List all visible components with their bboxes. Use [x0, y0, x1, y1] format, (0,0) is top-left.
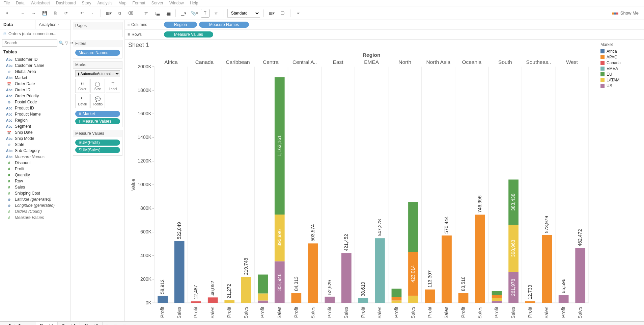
field-quantity[interactable]: #Quantity [0, 172, 71, 178]
menu-worksheet[interactable]: Worksheet [31, 1, 50, 5]
mv-pill-sum-profit-[interactable]: SUM(Profit) [75, 140, 120, 146]
redo-icon[interactable]: · [88, 9, 97, 18]
legend-item-africa[interactable]: Africa [600, 49, 641, 54]
menu-server[interactable]: Server [151, 1, 163, 5]
field-market[interactable]: AbcMarket [0, 75, 71, 81]
mark-size-button[interactable]: ◯Size [90, 79, 105, 93]
new-worksheet-icon[interactable]: ▦▾ [104, 9, 113, 18]
filter-pill-measure-names[interactable]: Measure Names [75, 50, 120, 56]
tab-data[interactable]: Data [0, 20, 35, 29]
legend-item-us[interactable]: US [600, 83, 641, 88]
menu-data[interactable]: Data [16, 1, 24, 5]
mv-pill-sum-sales-[interactable]: SUM(Sales) [75, 147, 120, 153]
field-longitude-generated-[interactable]: ⊕Longitude (generated) [0, 202, 71, 208]
group-icon[interactable]: 📎▾ [190, 9, 199, 18]
search-input[interactable] [2, 39, 57, 47]
field-order-priority[interactable]: AbcOrder Priority [0, 93, 71, 99]
field-discount[interactable]: #Discount [0, 160, 71, 166]
new-dashboard-icon[interactable]: ⊟ [111, 322, 120, 325]
field-product-id[interactable]: AbcProduct ID [0, 105, 71, 111]
columns-shelf[interactable]: ⦙⦙⦙Columns RegionMeasure Names [125, 20, 644, 30]
refresh-icon[interactable]: ⟳ [62, 9, 71, 18]
menu-story[interactable]: Story [82, 1, 91, 5]
presentation-icon[interactable]: ▦▾ [267, 9, 276, 18]
back-icon[interactable]: ← [19, 9, 27, 18]
sort-asc-icon[interactable]: ↓▃ [152, 9, 161, 18]
legend-item-latam[interactable]: LATAM [600, 78, 641, 82]
menu-format[interactable]: Format [133, 1, 145, 5]
field-shipping-cost[interactable]: #Shipping Cost [0, 190, 71, 196]
duplicate-icon[interactable]: ⧉ [115, 9, 124, 18]
device-icon[interactable]: 🖵 [278, 9, 287, 18]
field-measure-values[interactable]: #Measure Values [0, 215, 71, 221]
field-customer-id[interactable]: AbcCustomer ID [0, 56, 71, 62]
field-order-id[interactable]: AbcOrder ID [0, 87, 71, 93]
highlight-icon[interactable]: ▁▾ [179, 9, 188, 18]
mark-detail-button[interactable]: ⠇Detail [75, 94, 89, 108]
marks-pill-market[interactable]: ⠿Market [75, 111, 120, 117]
swap-icon[interactable]: ⇄ [142, 9, 150, 18]
new-story-icon[interactable]: ⊡ [120, 322, 129, 325]
filter-icon[interactable]: ▽ [65, 41, 68, 45]
mark-color-button[interactable]: ⠿Color [75, 79, 89, 93]
sort-desc-icon[interactable]: ↓▅ [163, 9, 172, 18]
marks-type-dropdown[interactable]: ▮ AutomaticAutomatic [75, 70, 120, 77]
field-region[interactable]: AbcRegion [0, 117, 71, 123]
new-datasource-icon[interactable]: ⎘ [51, 9, 60, 18]
field-orders-count-[interactable]: #Orders (Count) [0, 208, 71, 215]
new-sheet-icon[interactable]: ⊞ [103, 322, 111, 325]
sheet-tab-3[interactable]: Sheet 3 [80, 322, 102, 325]
sheet-tab-2[interactable]: Sheet 2 [58, 322, 80, 325]
marks-pill-measure-values[interactable]: TMeasure Values [75, 118, 120, 124]
legend-item-apac[interactable]: APAC [600, 55, 641, 59]
field-row[interactable]: #Row [0, 178, 71, 184]
tableau-logo-icon[interactable]: ✦ [3, 9, 11, 18]
rows-shelf[interactable]: ≡Rows Measure Values [125, 30, 644, 39]
field-customer-name[interactable]: AbcCustomer Name [0, 62, 71, 69]
menu-analysis[interactable]: Analysis [97, 1, 113, 5]
forward-icon[interactable]: → [29, 9, 38, 18]
field-ship-mode[interactable]: AbcShip Mode [0, 135, 71, 142]
search-icon[interactable]: 🔍 [59, 41, 64, 45]
field-sales[interactable]: #Sales [0, 184, 71, 190]
mv-title: Measure Values [73, 130, 122, 137]
save-icon[interactable]: 💾 [40, 9, 49, 18]
legend-item-eu[interactable]: EU [600, 72, 641, 77]
menu-map[interactable]: Map [118, 1, 126, 5]
legend-item-canada[interactable]: Canada [600, 60, 641, 65]
field-order-date[interactable]: 📅Order Date [0, 81, 71, 87]
menu-dashboard[interactable]: Dashboard [56, 1, 76, 5]
field-postal-code[interactable]: ⊕Postal Code [0, 99, 71, 105]
pin-icon[interactable]: ☆ [212, 9, 220, 18]
tab-analytics[interactable]: Analytics • [35, 20, 71, 29]
mark-tooltip-button[interactable]: 💬Tooltip [90, 94, 105, 108]
field-profit[interactable]: #Profit [0, 166, 71, 172]
show-me-button[interactable]: Show Me [610, 10, 641, 16]
undo-icon[interactable]: ↶ [78, 9, 86, 18]
label-icon[interactable]: T [201, 9, 209, 18]
clear-icon[interactable]: ⌫ [126, 9, 135, 18]
field-sub-category[interactable]: AbcSub-Category [0, 148, 71, 154]
fit-dropdown[interactable]: Standard [227, 9, 260, 18]
rows-label: Rows [132, 32, 142, 37]
mark-label-button[interactable]: TLabel [106, 79, 120, 93]
field-ship-date[interactable]: 📅Ship Date [0, 129, 71, 135]
col-pill-measure-names[interactable]: Measure Names [199, 22, 249, 28]
field-segment[interactable]: AbcSegment [0, 123, 71, 129]
field-global-area[interactable]: ⊕Global Area [0, 69, 71, 75]
row-pill-measure-values[interactable]: Measure Values [164, 31, 213, 38]
share-icon[interactable]: ∝ [294, 9, 303, 18]
menu-help[interactable]: Help [190, 1, 198, 5]
sheet-tab-1[interactable]: Sheet 1 [35, 322, 58, 325]
col-pill-region[interactable]: Region [164, 22, 197, 28]
legend-item-emea[interactable]: EMEA [600, 66, 641, 71]
filters-title: Filters [73, 40, 122, 47]
tab-datasource[interactable]: ⧈Data Source [0, 322, 35, 325]
field-state[interactable]: ⊕State [0, 142, 71, 148]
field-latitude-generated-[interactable]: ⊕Latitude (generated) [0, 196, 71, 202]
datasource-row[interactable]: ⧈ Orders (data_connection... [0, 29, 71, 38]
field-product-name[interactable]: AbcProduct Name [0, 111, 71, 117]
menu-file[interactable]: File [3, 1, 10, 5]
field-measure-names[interactable]: AbcMeasure Names [0, 154, 71, 160]
menu-window[interactable]: Window [169, 1, 184, 5]
